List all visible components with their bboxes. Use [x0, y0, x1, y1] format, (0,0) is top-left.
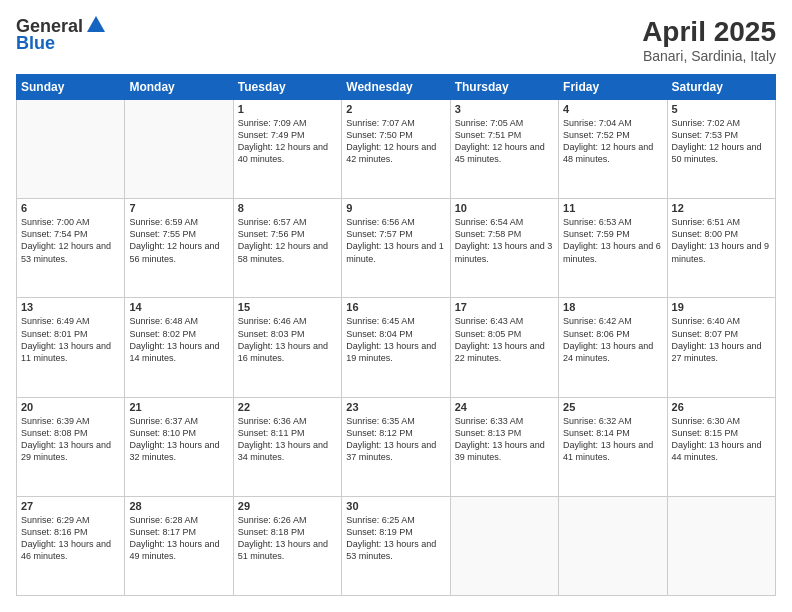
- calendar-day-1: 1Sunrise: 7:09 AM Sunset: 7:49 PM Daylig…: [233, 100, 341, 199]
- day-info: Sunrise: 6:54 AM Sunset: 7:58 PM Dayligh…: [455, 216, 554, 265]
- calendar-day-20: 20Sunrise: 6:39 AM Sunset: 8:08 PM Dayli…: [17, 397, 125, 496]
- calendar-day-16: 16Sunrise: 6:45 AM Sunset: 8:04 PM Dayli…: [342, 298, 450, 397]
- calendar-empty-cell: [17, 100, 125, 199]
- day-info: Sunrise: 6:42 AM Sunset: 8:06 PM Dayligh…: [563, 315, 662, 364]
- day-info: Sunrise: 6:33 AM Sunset: 8:13 PM Dayligh…: [455, 415, 554, 464]
- day-number: 26: [672, 401, 771, 413]
- calendar-day-3: 3Sunrise: 7:05 AM Sunset: 7:51 PM Daylig…: [450, 100, 558, 199]
- calendar-day-18: 18Sunrise: 6:42 AM Sunset: 8:06 PM Dayli…: [559, 298, 667, 397]
- calendar-empty-cell: [450, 496, 558, 595]
- main-title: April 2025: [642, 16, 776, 48]
- day-info: Sunrise: 6:49 AM Sunset: 8:01 PM Dayligh…: [21, 315, 120, 364]
- day-number: 21: [129, 401, 228, 413]
- calendar-day-4: 4Sunrise: 7:04 AM Sunset: 7:52 PM Daylig…: [559, 100, 667, 199]
- day-number: 19: [672, 301, 771, 313]
- day-number: 4: [563, 103, 662, 115]
- calendar-header-friday: Friday: [559, 75, 667, 100]
- calendar-header-saturday: Saturday: [667, 75, 775, 100]
- day-info: Sunrise: 6:37 AM Sunset: 8:10 PM Dayligh…: [129, 415, 228, 464]
- calendar-day-21: 21Sunrise: 6:37 AM Sunset: 8:10 PM Dayli…: [125, 397, 233, 496]
- calendar-header-tuesday: Tuesday: [233, 75, 341, 100]
- calendar-week-3: 13Sunrise: 6:49 AM Sunset: 8:01 PM Dayli…: [17, 298, 776, 397]
- sub-title: Banari, Sardinia, Italy: [642, 48, 776, 64]
- day-info: Sunrise: 6:39 AM Sunset: 8:08 PM Dayligh…: [21, 415, 120, 464]
- day-number: 11: [563, 202, 662, 214]
- day-info: Sunrise: 7:02 AM Sunset: 7:53 PM Dayligh…: [672, 117, 771, 166]
- calendar-day-15: 15Sunrise: 6:46 AM Sunset: 8:03 PM Dayli…: [233, 298, 341, 397]
- calendar-day-28: 28Sunrise: 6:28 AM Sunset: 8:17 PM Dayli…: [125, 496, 233, 595]
- day-number: 8: [238, 202, 337, 214]
- calendar-empty-cell: [559, 496, 667, 595]
- day-info: Sunrise: 6:36 AM Sunset: 8:11 PM Dayligh…: [238, 415, 337, 464]
- day-number: 2: [346, 103, 445, 115]
- day-info: Sunrise: 6:26 AM Sunset: 8:18 PM Dayligh…: [238, 514, 337, 563]
- day-number: 10: [455, 202, 554, 214]
- calendar-day-11: 11Sunrise: 6:53 AM Sunset: 7:59 PM Dayli…: [559, 199, 667, 298]
- day-number: 20: [21, 401, 120, 413]
- day-info: Sunrise: 7:00 AM Sunset: 7:54 PM Dayligh…: [21, 216, 120, 265]
- page: General Blue April 2025 Banari, Sardinia…: [0, 0, 792, 612]
- logo-icon: [85, 14, 107, 36]
- day-number: 3: [455, 103, 554, 115]
- day-info: Sunrise: 6:30 AM Sunset: 8:15 PM Dayligh…: [672, 415, 771, 464]
- day-number: 14: [129, 301, 228, 313]
- calendar-day-6: 6Sunrise: 7:00 AM Sunset: 7:54 PM Daylig…: [17, 199, 125, 298]
- day-info: Sunrise: 6:45 AM Sunset: 8:04 PM Dayligh…: [346, 315, 445, 364]
- title-block: April 2025 Banari, Sardinia, Italy: [642, 16, 776, 64]
- day-number: 16: [346, 301, 445, 313]
- calendar-header-sunday: Sunday: [17, 75, 125, 100]
- calendar-day-19: 19Sunrise: 6:40 AM Sunset: 8:07 PM Dayli…: [667, 298, 775, 397]
- calendar-day-14: 14Sunrise: 6:48 AM Sunset: 8:02 PM Dayli…: [125, 298, 233, 397]
- calendar-day-30: 30Sunrise: 6:25 AM Sunset: 8:19 PM Dayli…: [342, 496, 450, 595]
- day-number: 27: [21, 500, 120, 512]
- calendar-day-2: 2Sunrise: 7:07 AM Sunset: 7:50 PM Daylig…: [342, 100, 450, 199]
- calendar-day-12: 12Sunrise: 6:51 AM Sunset: 8:00 PM Dayli…: [667, 199, 775, 298]
- day-number: 7: [129, 202, 228, 214]
- calendar-day-26: 26Sunrise: 6:30 AM Sunset: 8:15 PM Dayli…: [667, 397, 775, 496]
- calendar-day-27: 27Sunrise: 6:29 AM Sunset: 8:16 PM Dayli…: [17, 496, 125, 595]
- calendar-day-22: 22Sunrise: 6:36 AM Sunset: 8:11 PM Dayli…: [233, 397, 341, 496]
- calendar-header-thursday: Thursday: [450, 75, 558, 100]
- calendar-empty-cell: [125, 100, 233, 199]
- calendar-table: SundayMondayTuesdayWednesdayThursdayFrid…: [16, 74, 776, 596]
- day-number: 6: [21, 202, 120, 214]
- day-info: Sunrise: 6:48 AM Sunset: 8:02 PM Dayligh…: [129, 315, 228, 364]
- calendar-week-1: 1Sunrise: 7:09 AM Sunset: 7:49 PM Daylig…: [17, 100, 776, 199]
- day-number: 17: [455, 301, 554, 313]
- calendar-day-8: 8Sunrise: 6:57 AM Sunset: 7:56 PM Daylig…: [233, 199, 341, 298]
- day-info: Sunrise: 6:53 AM Sunset: 7:59 PM Dayligh…: [563, 216, 662, 265]
- calendar-week-5: 27Sunrise: 6:29 AM Sunset: 8:16 PM Dayli…: [17, 496, 776, 595]
- calendar-week-2: 6Sunrise: 7:00 AM Sunset: 7:54 PM Daylig…: [17, 199, 776, 298]
- day-info: Sunrise: 6:25 AM Sunset: 8:19 PM Dayligh…: [346, 514, 445, 563]
- day-number: 13: [21, 301, 120, 313]
- day-number: 23: [346, 401, 445, 413]
- calendar-header-row: SundayMondayTuesdayWednesdayThursdayFrid…: [17, 75, 776, 100]
- logo: General Blue: [16, 16, 107, 54]
- day-info: Sunrise: 7:07 AM Sunset: 7:50 PM Dayligh…: [346, 117, 445, 166]
- day-number: 5: [672, 103, 771, 115]
- day-info: Sunrise: 6:43 AM Sunset: 8:05 PM Dayligh…: [455, 315, 554, 364]
- header: General Blue April 2025 Banari, Sardinia…: [16, 16, 776, 64]
- day-number: 30: [346, 500, 445, 512]
- day-info: Sunrise: 6:35 AM Sunset: 8:12 PM Dayligh…: [346, 415, 445, 464]
- day-number: 25: [563, 401, 662, 413]
- day-info: Sunrise: 6:56 AM Sunset: 7:57 PM Dayligh…: [346, 216, 445, 265]
- day-number: 1: [238, 103, 337, 115]
- day-info: Sunrise: 6:57 AM Sunset: 7:56 PM Dayligh…: [238, 216, 337, 265]
- svg-marker-0: [87, 16, 105, 32]
- day-number: 9: [346, 202, 445, 214]
- calendar-empty-cell: [667, 496, 775, 595]
- calendar-day-25: 25Sunrise: 6:32 AM Sunset: 8:14 PM Dayli…: [559, 397, 667, 496]
- calendar-header-wednesday: Wednesday: [342, 75, 450, 100]
- day-info: Sunrise: 7:04 AM Sunset: 7:52 PM Dayligh…: [563, 117, 662, 166]
- calendar-day-10: 10Sunrise: 6:54 AM Sunset: 7:58 PM Dayli…: [450, 199, 558, 298]
- calendar-day-5: 5Sunrise: 7:02 AM Sunset: 7:53 PM Daylig…: [667, 100, 775, 199]
- day-number: 29: [238, 500, 337, 512]
- day-number: 24: [455, 401, 554, 413]
- day-info: Sunrise: 6:32 AM Sunset: 8:14 PM Dayligh…: [563, 415, 662, 464]
- day-info: Sunrise: 6:40 AM Sunset: 8:07 PM Dayligh…: [672, 315, 771, 364]
- day-info: Sunrise: 6:59 AM Sunset: 7:55 PM Dayligh…: [129, 216, 228, 265]
- calendar-day-23: 23Sunrise: 6:35 AM Sunset: 8:12 PM Dayli…: [342, 397, 450, 496]
- day-info: Sunrise: 6:29 AM Sunset: 8:16 PM Dayligh…: [21, 514, 120, 563]
- calendar-day-29: 29Sunrise: 6:26 AM Sunset: 8:18 PM Dayli…: [233, 496, 341, 595]
